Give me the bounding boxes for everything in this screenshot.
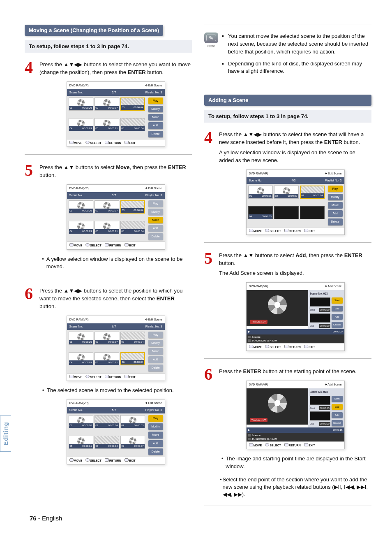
scene-thumbnail[interactable]: 0100:00:26 — [69, 200, 93, 214]
action-delete[interactable]: Delete — [148, 448, 163, 455]
scene-thumbnail[interactable]: 0100:00:26 — [248, 186, 273, 199]
action-cancel[interactable]: Cancel — [332, 322, 343, 328]
footer-key[interactable]: RETURN — [105, 375, 121, 379]
scene-thumbnail[interactable]: 0200:00:07 — [95, 98, 119, 111]
action-move[interactable]: Move — [148, 217, 163, 223]
footer-key[interactable]: SELECT — [85, 243, 101, 248]
scene-thumbnail[interactable] — [274, 206, 299, 219]
scene-thumbnail[interactable]: 0400:00:03 — [69, 118, 93, 131]
playlist-no: Playlist No. 3 — [145, 193, 162, 197]
footer-key[interactable]: SELECT — [265, 345, 281, 349]
footer-key[interactable]: EXIT — [125, 458, 136, 463]
action-play[interactable]: Play — [148, 332, 163, 338]
action-add[interactable]: Add — [148, 225, 163, 232]
footer-key[interactable]: MOVE — [69, 141, 83, 145]
footer-key[interactable]: EXIT — [304, 443, 315, 448]
scene-thumbnail[interactable]: 0600:00:04 — [120, 221, 145, 234]
scene-thumbnail[interactable]: 0100:00:26 — [69, 332, 93, 345]
footer-key[interactable]: RETURN — [105, 458, 121, 463]
end-time: 00:00:00 — [319, 324, 330, 328]
footer-key[interactable]: EXIT — [125, 243, 136, 248]
footer-key[interactable]: EXIT — [304, 345, 315, 349]
scene-thumbnail[interactable]: 0300:00:04 — [300, 186, 325, 199]
scene-thumbnail[interactable]: 0100:00:26 — [69, 415, 93, 428]
action-add[interactable]: Add — [332, 314, 343, 320]
action-delete[interactable]: Delete — [148, 233, 163, 240]
scene-thumbnail[interactable]: 0600:00:04 — [95, 436, 119, 449]
scene-thumbnail[interactable]: 0200:00:07 — [120, 436, 145, 449]
scene-thumbnail[interactable]: 0300:00:04 — [120, 98, 145, 111]
scene-thumbnail[interactable]: 0500:00:11 — [69, 436, 93, 449]
footer-key[interactable]: SELECT — [85, 141, 101, 145]
action-delete[interactable]: Delete — [328, 218, 343, 225]
scene-thumbnail[interactable]: 0500:00:11 — [95, 352, 119, 365]
action-add[interactable]: Add — [148, 440, 163, 447]
scene-thumbnail[interactable]: 0100:00:26 — [69, 98, 93, 111]
meta-icon — [248, 438, 251, 440]
footer-key[interactable]: RETURN — [105, 243, 121, 248]
action-play[interactable]: Play — [328, 186, 343, 192]
footer-key[interactable]: SELECT — [265, 443, 281, 448]
scene-thumbnail[interactable]: 0600:00:04 — [120, 118, 145, 131]
scene-thumbnail[interactable] — [300, 206, 325, 219]
action-delete[interactable]: Delete — [148, 131, 163, 137]
footer-key[interactable]: EXIT — [125, 141, 136, 145]
action-add[interactable]: Add — [328, 210, 343, 217]
scene-thumbnail[interactable]: 0200:00:07 — [95, 332, 119, 345]
key-icon — [105, 458, 109, 462]
action-start[interactable]: Start — [332, 297, 343, 304]
thumb-index: 03 — [96, 424, 99, 427]
action-play[interactable]: Play — [148, 415, 163, 422]
action-modify[interactable]: Modify — [148, 340, 163, 346]
footer-key[interactable]: SELECT — [265, 229, 281, 233]
scene-thumbnail[interactable]: 0500:00:11 — [95, 118, 119, 131]
scene-thumbnail[interactable]: 0500:00:11 — [95, 221, 119, 234]
scene-thumbnail[interactable]: 0400:00:03 — [69, 221, 93, 234]
scene-thumbnail[interactable]: 0400:00:00 — [248, 206, 273, 219]
thumb-index: 05 — [70, 444, 73, 448]
action-play[interactable]: Play — [148, 200, 163, 207]
footer-key[interactable]: SELECT — [85, 375, 101, 379]
footer-key[interactable]: RETURN — [105, 141, 121, 145]
action-add[interactable]: Add — [148, 356, 163, 363]
action-cancel[interactable]: Cancel — [332, 420, 343, 426]
move-label: Move — [116, 164, 129, 170]
footer-key[interactable]: EXIT — [304, 229, 315, 233]
action-start[interactable]: Start — [332, 396, 343, 402]
action-modify[interactable]: Modify — [148, 106, 163, 112]
scene-thumbnail[interactable]: 0600:00:04 — [120, 352, 145, 365]
scene-thumbnail[interactable]: 0200:00:07 — [274, 186, 299, 199]
footer-key[interactable]: MOVE — [69, 243, 83, 248]
footer-key[interactable]: RETURN — [284, 229, 301, 233]
footer-key[interactable]: SELECT — [85, 458, 101, 463]
scene-thumbnail[interactable]: 0200:00:07 — [95, 200, 119, 214]
footer-key[interactable]: RETURN — [284, 443, 301, 448]
action-delete[interactable]: Delete — [148, 365, 163, 371]
scene-thumbnail[interactable]: 0300:00:04 — [120, 332, 145, 345]
action-end[interactable]: End — [332, 404, 343, 410]
key-icon — [85, 141, 90, 144]
action-modify[interactable]: Modify — [148, 209, 163, 215]
action-play[interactable]: Play — [148, 98, 163, 104]
scene-thumbnail[interactable]: 0300:00:04 — [120, 200, 145, 214]
scene-thumbnail[interactable]: 0400:00:03 — [69, 352, 93, 365]
action-move[interactable]: Move — [148, 432, 163, 438]
footer-key[interactable]: EXIT — [125, 375, 136, 379]
action-move[interactable]: Move — [328, 202, 343, 209]
action-add[interactable]: Add — [148, 122, 163, 129]
action-move[interactable]: Move — [148, 114, 163, 121]
action-add[interactable]: Add — [332, 412, 343, 418]
footer-key[interactable]: MOVE — [69, 458, 83, 463]
scene-thumbnail[interactable]: 0300:00:04 — [95, 415, 119, 428]
action-end[interactable]: End — [332, 306, 343, 312]
playlist-no: Playlist No. 3 — [145, 408, 162, 412]
footer-key[interactable]: MOVE — [69, 375, 83, 379]
footer-key[interactable]: MOVE — [249, 345, 262, 349]
footer-key[interactable]: MOVE — [249, 443, 262, 448]
footer-key[interactable]: MOVE — [249, 229, 262, 233]
scene-thumbnail[interactable]: 0400:00:03 — [120, 415, 145, 428]
action-move[interactable]: Move — [148, 348, 163, 355]
action-modify[interactable]: Modify — [148, 423, 163, 430]
footer-key[interactable]: RETURN — [284, 345, 301, 349]
action-modify[interactable]: Modify — [328, 194, 343, 200]
